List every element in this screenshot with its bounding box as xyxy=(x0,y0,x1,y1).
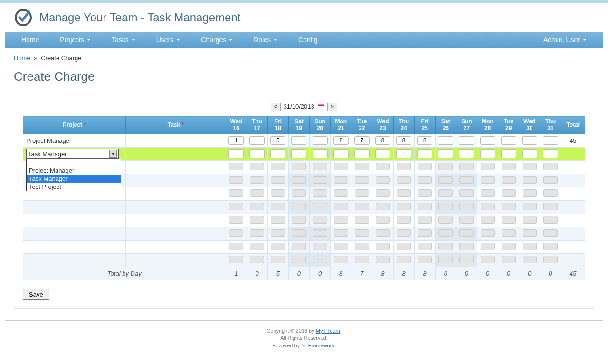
dropdown-option[interactable]: Task Manager xyxy=(27,175,121,183)
hours-input[interactable] xyxy=(480,149,495,158)
cell-day-27 xyxy=(456,200,477,214)
disabled-cell xyxy=(459,203,474,210)
date-next-button[interactable]: > xyxy=(327,103,337,111)
dropdown-option[interactable]: Project Manager xyxy=(27,167,121,175)
cell-day-18 xyxy=(267,227,288,240)
disabled-cell xyxy=(418,189,432,197)
nav-users-label: Users xyxy=(156,36,174,44)
date-nav: < 31/10/2013 > xyxy=(23,103,585,111)
disabled-cell xyxy=(543,243,558,250)
cell-day-20 xyxy=(310,134,331,147)
hours-input[interactable] xyxy=(354,149,370,158)
hours-input[interactable] xyxy=(354,136,370,145)
hours-input[interactable] xyxy=(438,149,453,158)
cell-day-17 xyxy=(247,240,267,253)
col-day-28: Mon28 xyxy=(477,116,498,134)
disabled-cell xyxy=(376,203,390,210)
breadcrumb-home[interactable]: Home xyxy=(14,55,30,62)
hours-input[interactable] xyxy=(459,149,474,158)
hours-input[interactable] xyxy=(480,136,495,145)
hours-input[interactable] xyxy=(438,136,453,145)
hours-input[interactable] xyxy=(249,149,265,158)
nav-charges[interactable]: Charges xyxy=(190,32,243,48)
hours-input[interactable] xyxy=(333,149,349,158)
cell-day-19 xyxy=(288,174,309,187)
hours-input[interactable] xyxy=(333,136,349,145)
total-row: Total by Day 1050087888000000 45 xyxy=(23,267,585,280)
cell-day-18 xyxy=(267,200,288,214)
hours-input[interactable] xyxy=(543,149,558,158)
cell-day-27 xyxy=(456,174,477,187)
hours-input[interactable] xyxy=(522,149,537,158)
hours-input[interactable] xyxy=(375,136,390,145)
hours-input[interactable] xyxy=(396,136,411,145)
save-button[interactable]: Save xyxy=(23,289,49,300)
dropdown-option[interactable]: Test Project xyxy=(27,183,121,191)
cell-day-28 xyxy=(477,160,498,174)
project-select-value: Task Manager xyxy=(28,150,67,158)
nav-tasks[interactable]: Tasks xyxy=(101,32,146,48)
disabled-cell xyxy=(313,163,327,170)
hours-input[interactable] xyxy=(459,136,474,145)
cell-day-25 xyxy=(414,134,435,147)
nav-projects[interactable]: Projects xyxy=(49,32,101,48)
footer-team-link[interactable]: MyT Team xyxy=(316,328,340,334)
disabled-cell xyxy=(438,176,453,184)
cell-day-16 xyxy=(226,147,247,160)
cell-day-29 xyxy=(498,253,519,267)
hours-input[interactable] xyxy=(249,136,265,145)
calendar-icon[interactable] xyxy=(318,104,324,110)
hours-input[interactable] xyxy=(291,136,306,145)
disabled-cell xyxy=(355,163,369,170)
hours-input[interactable] xyxy=(417,149,432,158)
hours-input[interactable] xyxy=(228,149,244,158)
disabled-cell xyxy=(229,203,243,210)
cell-day-20 xyxy=(310,200,331,214)
disabled-cell xyxy=(271,229,285,237)
hours-input[interactable] xyxy=(417,136,432,145)
cell-day-26 xyxy=(435,227,456,240)
nav-config-label: Config xyxy=(298,36,317,44)
footer-yii-link[interactable]: Yii Framework xyxy=(301,343,334,348)
disabled-cell xyxy=(376,216,390,224)
disabled-cell xyxy=(543,203,558,210)
disabled-cell xyxy=(334,176,348,184)
nav-config[interactable]: Config xyxy=(288,32,328,48)
nav-roles[interactable]: Roles xyxy=(243,32,288,48)
disabled-cell xyxy=(250,216,264,224)
nav-home[interactable]: Home xyxy=(11,32,49,48)
disabled-cell xyxy=(397,163,411,170)
nav-user-menu[interactable]: Admin, User xyxy=(533,32,597,48)
disabled-cell xyxy=(543,176,558,184)
hours-input[interactable] xyxy=(396,149,411,158)
hours-input[interactable] xyxy=(543,136,558,145)
cell-day-23 xyxy=(372,134,393,147)
date-prev-button[interactable]: < xyxy=(271,103,281,111)
cell-day-24: 8 xyxy=(393,267,414,280)
task-name xyxy=(126,134,226,147)
disabled-cell xyxy=(459,229,474,237)
hours-input[interactable] xyxy=(313,136,328,145)
cell-day-23 xyxy=(372,147,393,160)
disabled-cell xyxy=(543,256,558,263)
hours-input[interactable] xyxy=(313,149,328,158)
hours-input[interactable] xyxy=(501,149,516,158)
cell-day-23 xyxy=(372,240,393,253)
hours-input[interactable] xyxy=(228,136,244,145)
hours-input[interactable] xyxy=(375,149,390,158)
hours-input[interactable] xyxy=(270,149,285,158)
nav-users[interactable]: Users xyxy=(146,32,191,48)
cell-day-24 xyxy=(393,134,414,147)
hours-input[interactable] xyxy=(501,136,516,145)
hours-input[interactable] xyxy=(522,136,537,145)
cell-day-30 xyxy=(519,187,540,200)
project-select[interactable]: Task Manager xyxy=(26,149,119,159)
cell-day-25 xyxy=(414,200,435,214)
cell-day-30 xyxy=(519,253,540,267)
hours-input[interactable] xyxy=(291,149,306,158)
hours-input[interactable] xyxy=(270,136,285,145)
chevron-down-icon xyxy=(132,39,135,41)
dropdown-option[interactable] xyxy=(27,159,121,167)
disabled-cell xyxy=(271,176,285,184)
cell-day-22 xyxy=(352,160,372,174)
